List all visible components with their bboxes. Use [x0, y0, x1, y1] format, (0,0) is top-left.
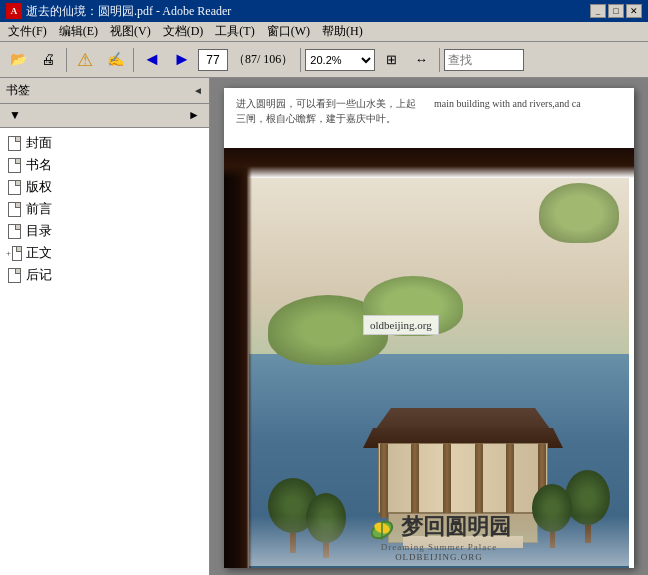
fit-width-button[interactable]: ↔ [407, 46, 435, 74]
search-input[interactable] [444, 49, 524, 71]
logo-chinese: 梦回圆明园 [401, 512, 511, 542]
main-content: 书签 ◄ ▼ ► 封面 书名 [0, 78, 648, 575]
pillar [443, 443, 451, 518]
title-bar: A 逝去的仙境：圆明园.pdf - Adobe Reader _ □ ✕ [0, 0, 648, 22]
pillar [506, 443, 514, 518]
page-total-info: （87/ 106） [230, 51, 296, 68]
pdf-text-right: main building with and rivers,and ca [434, 96, 622, 140]
page-number-input[interactable] [198, 49, 228, 71]
sidebar-close-button[interactable]: ◄ [193, 85, 203, 96]
bookmark-preface[interactable]: 前言 [0, 198, 209, 220]
watermark: oldbeijing.org [363, 315, 439, 335]
window-controls: _ □ ✕ [590, 4, 642, 18]
building-pillars [368, 443, 558, 518]
logo-icon [367, 512, 397, 542]
sign-button[interactable]: ✍ [101, 46, 129, 74]
prev-page-button[interactable]: ◄ [138, 46, 166, 74]
bookmark-maintext[interactable]: + 正文 [0, 242, 209, 264]
pdf-text-area: 进入圆明园，可以看到一些山水美，上起三闸，根自心瞻辉，建于嘉庆中叶。 main … [224, 88, 634, 148]
bookmark-icon [6, 157, 22, 173]
logo-url: OLDBEIJING.ORG [395, 552, 483, 562]
minimize-button[interactable]: _ [590, 4, 606, 18]
dark-top-border [224, 148, 634, 178]
pillar [411, 443, 419, 518]
sidebar: 书签 ◄ ▼ ► 封面 书名 [0, 78, 210, 575]
bookmark-cover[interactable]: 封面 [0, 132, 209, 154]
pdf-text-left: 进入圆明园，可以看到一些山水美，上起三闸，根自心瞻辉，建于嘉庆中叶。 [236, 96, 424, 140]
fit-page-button[interactable]: ⊞ [377, 46, 405, 74]
menu-tools[interactable]: 工具(T) [209, 21, 260, 42]
pdf-content-area[interactable]: 进入圆明园，可以看到一些山水美，上起三闸，根自心瞻辉，建于嘉庆中叶。 main … [210, 78, 648, 575]
maximize-button[interactable]: □ [608, 4, 624, 18]
pillar [380, 443, 388, 518]
separator-4 [439, 48, 440, 72]
menu-edit[interactable]: 编辑(E) [53, 21, 104, 42]
menu-view[interactable]: 视图(V) [104, 21, 157, 42]
pdf-page: 进入圆明园，可以看到一些山水美，上起三闸，根自心瞻辉，建于嘉庆中叶。 main … [224, 88, 634, 568]
menu-bar: 文件(F) 编辑(E) 视图(V) 文档(D) 工具(T) 窗口(W) 帮助(H… [0, 22, 648, 42]
bookmark-expand-icon: + [6, 245, 22, 261]
separator-1 [66, 48, 67, 72]
menu-document[interactable]: 文档(D) [157, 21, 210, 42]
sidebar-header: 书签 ◄ [0, 78, 209, 104]
toolbar: 📂 🖨 ⚠ ✍ ◄ ► （87/ 106） 20.2% ⊞ ↔ [0, 42, 648, 78]
bookmark-icon [6, 135, 22, 151]
bookmark-icon [6, 223, 22, 239]
island-top-right [539, 183, 619, 243]
painting-background: oldbeijing.org [249, 178, 629, 568]
menu-help[interactable]: 帮助(H) [316, 21, 369, 42]
menu-file[interactable]: 文件(F) [2, 21, 53, 42]
sidebar-title: 书签 [6, 82, 30, 99]
sidebar-toolbar: ▼ ► [0, 104, 209, 128]
warning-icon: ⚠ [71, 46, 99, 74]
app-icon: A [6, 3, 22, 19]
separator-3 [300, 48, 301, 72]
sidebar-options-button[interactable]: ▼ [4, 106, 26, 126]
print-button[interactable]: 🖨 [34, 46, 62, 74]
bookmark-toc[interactable]: 目录 [0, 220, 209, 242]
sidebar-expand-button[interactable]: ► [183, 106, 205, 126]
bookmark-postscript[interactable]: 后记 [0, 264, 209, 286]
painting-area: oldbeijing.org [249, 178, 629, 568]
logo-english: Dreaming Summer Palace [381, 542, 497, 552]
bookmark-copyright[interactable]: 版权 [0, 176, 209, 198]
window-title: 逝去的仙境：圆明园.pdf - Adobe Reader [26, 3, 590, 20]
pillar [475, 443, 483, 518]
menu-window[interactable]: 窗口(W) [261, 21, 316, 42]
bookmark-icon [6, 267, 22, 283]
dark-left-border [224, 148, 252, 568]
bookmark-icon [6, 201, 22, 217]
separator-2 [133, 48, 134, 72]
next-page-button[interactable]: ► [168, 46, 196, 74]
zoom-select[interactable]: 20.2% [305, 49, 375, 71]
close-button[interactable]: ✕ [626, 4, 642, 18]
open-button[interactable]: 📂 [4, 46, 32, 74]
pdf-illustration: oldbeijing.org [224, 148, 634, 568]
bookmark-tree: 封面 书名 版权 前言 [0, 128, 209, 575]
bookmark-icon [6, 179, 22, 195]
bottom-logo: 梦回圆明园 Dreaming Summer Palace OLDBEIJING.… [249, 516, 629, 566]
bookmark-bookname[interactable]: 书名 [0, 154, 209, 176]
